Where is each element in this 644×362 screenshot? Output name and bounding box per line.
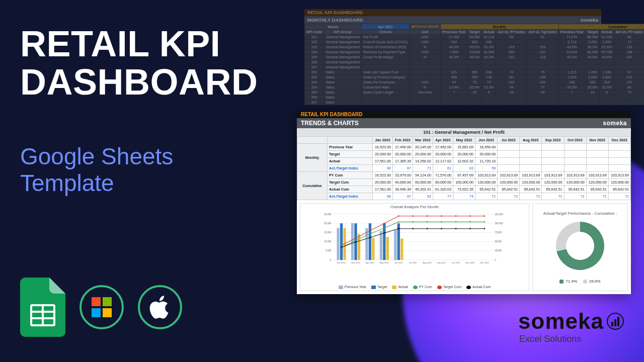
combo-legend: Previous Year Target Actual PY Cum Targe… — [300, 285, 529, 289]
svg-point-72 — [369, 237, 371, 238]
svg-point-64 — [412, 215, 414, 217]
svg-point-77 — [441, 228, 442, 229]
svg-point-70 — [341, 246, 342, 248]
legend-item: Previous Year — [339, 285, 366, 289]
svg-text:Jun 2022: Jun 2022 — [394, 261, 404, 264]
svg-point-55 — [441, 221, 442, 223]
monthly-dashboard-preview: RETAIL KPI DASHBOARD MONTHLY DASHBOARD s… — [304, 9, 601, 105]
legend-item: Target — [371, 285, 387, 289]
hero-subtitle: Google Sheets Template — [20, 143, 173, 197]
svg-point-80 — [484, 228, 486, 229]
svg-rect-31 — [369, 223, 371, 260]
hero-sub-line2: Template — [20, 170, 114, 196]
svg-text:10,000: 10,000 — [324, 240, 331, 243]
svg-point-68 — [469, 215, 471, 217]
svg-text:Sep 2022: Sep 2022 — [437, 261, 446, 264]
svg-rect-34 — [380, 231, 382, 260]
svg-rect-32 — [372, 238, 374, 260]
back-someka: someka — [581, 17, 598, 23]
svg-text:20,000: 20,000 — [324, 222, 331, 225]
donut-slice-1: 71.4% — [559, 279, 577, 284]
svg-point-79 — [469, 228, 471, 229]
combo-chart: Overall Analysis Per Month 005,00025,000… — [300, 203, 529, 291]
svg-text:Mar 2022: Mar 2022 — [351, 261, 360, 264]
svg-rect-23 — [340, 223, 343, 260]
svg-rect-35 — [383, 223, 385, 260]
svg-text:75,000: 75,000 — [495, 231, 502, 234]
trends-table: Jan 2022Feb 2022Mar 2022Apr 2022May 2022… — [297, 136, 631, 200]
svg-point-66 — [441, 215, 442, 217]
svg-text:Apr 2022: Apr 2022 — [366, 261, 375, 264]
back-section: MONTHLY DASHBOARD — [307, 17, 363, 23]
donut-slice-2: 28.6% — [583, 279, 601, 284]
svg-point-74 — [398, 228, 399, 229]
svg-point-61 — [369, 230, 371, 231]
svg-point-76 — [427, 228, 428, 229]
brand-name: someka — [518, 309, 604, 334]
donut-legend: 71.4% 28.6% — [559, 279, 600, 284]
svg-text:Dec 2022: Dec 2022 — [480, 261, 489, 264]
donut-chart: Actual/Target Performance - Cumulative -… — [532, 203, 628, 291]
svg-text:Jul 2022: Jul 2022 — [409, 261, 417, 264]
svg-text:25,000: 25,000 — [324, 213, 331, 216]
svg-point-54 — [427, 221, 428, 223]
front-section: TRENDS & CHARTS — [301, 120, 359, 127]
brand-block: someka Excel Solutions — [518, 309, 624, 344]
back-table: MonthApr 2022◀ Choose MonthMonthlyCumula… — [304, 24, 644, 105]
legend-item: Actual Cum — [466, 285, 491, 289]
svg-point-58 — [484, 221, 486, 223]
svg-point-50 — [369, 233, 371, 235]
brand-logo-icon — [607, 313, 624, 330]
svg-point-56 — [455, 221, 457, 223]
svg-text:May 2022: May 2022 — [380, 261, 389, 264]
back-title: RETAIL KPI DASHBOARD — [304, 9, 601, 16]
svg-point-53 — [412, 221, 414, 223]
svg-text:125,000: 125,000 — [495, 213, 503, 216]
svg-text:Feb 2022: Feb 2022 — [337, 261, 346, 264]
svg-point-63 — [398, 215, 399, 217]
combo-chart-title: Overall Analysis Per Month — [300, 204, 529, 209]
svg-text:0: 0 — [495, 259, 496, 261]
svg-point-49 — [355, 239, 357, 241]
brand-tagline: Excel Solutions — [519, 334, 624, 344]
svg-text:Aug 2022: Aug 2022 — [423, 261, 432, 264]
front-someka: someka — [603, 120, 627, 127]
kpi-header: 101 : General Management / Net Profit — [297, 128, 631, 136]
svg-point-67 — [455, 215, 457, 217]
donut-chart-title: Actual/Target Performance - Cumulative - — [543, 211, 617, 216]
svg-rect-36 — [386, 237, 389, 260]
legend-item: PY Cum — [413, 285, 432, 289]
svg-text:Oct 2022: Oct 2022 — [452, 261, 461, 264]
front-title: RETAIL KPI DASHBOARD — [297, 111, 631, 118]
svg-point-62 — [383, 223, 385, 224]
svg-text:5,000: 5,000 — [326, 249, 332, 252]
svg-text:15,000: 15,000 — [324, 231, 331, 234]
svg-text:Nov 2022: Nov 2022 — [466, 261, 475, 264]
svg-point-78 — [455, 228, 457, 229]
platform-icons — [20, 278, 182, 337]
svg-point-59 — [341, 245, 342, 246]
svg-text:100,000: 100,000 — [495, 222, 503, 225]
svg-point-71 — [355, 241, 357, 243]
hero-title: RETAIL KPI DASHBOARD — [20, 25, 258, 101]
google-sheets-icon — [20, 278, 65, 337]
svg-rect-22 — [337, 228, 339, 260]
hero-title-line2: DASHBOARD — [20, 62, 258, 102]
svg-point-52 — [398, 221, 399, 223]
svg-text:50,000: 50,000 — [495, 240, 502, 243]
svg-text:0: 0 — [330, 259, 332, 261]
legend-item: Target Cum — [437, 285, 461, 289]
svg-text:25,000: 25,000 — [495, 249, 502, 252]
windows-icon — [79, 285, 124, 329]
apple-icon — [138, 285, 182, 329]
svg-point-51 — [383, 227, 385, 229]
svg-point-57 — [469, 221, 471, 223]
svg-rect-40 — [400, 238, 403, 260]
hero-sub-line1: Google Sheets — [20, 143, 173, 169]
hero-title-line1: RETAIL KPI — [20, 24, 220, 64]
svg-rect-38 — [394, 230, 396, 260]
svg-point-75 — [412, 228, 414, 229]
svg-point-73 — [383, 232, 385, 234]
svg-point-60 — [355, 237, 357, 239]
svg-point-69 — [484, 215, 486, 217]
